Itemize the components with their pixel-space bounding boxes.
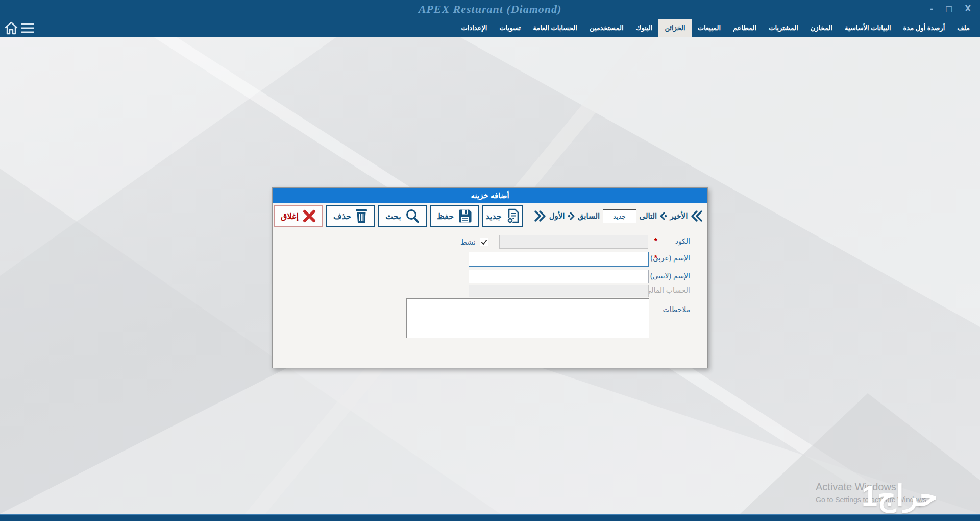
- close-window-button[interactable]: X: [965, 4, 971, 13]
- save-button-label: حفظ: [437, 211, 454, 221]
- notes-label: ملاحظات: [663, 305, 690, 314]
- hamburger-menu-icon[interactable]: [21, 23, 35, 34]
- close-x-icon: [303, 209, 316, 223]
- code-required-marker: *: [654, 237, 657, 246]
- code-input[interactable]: [499, 235, 648, 249]
- delete-button-label: حذف: [333, 211, 351, 221]
- name-arabic-input[interactable]: [469, 252, 649, 267]
- active-checkbox[interactable]: [480, 238, 488, 246]
- name-arabic-required-marker: *: [654, 254, 657, 263]
- nav-double-chevron-left-icon[interactable]: [691, 210, 703, 222]
- home-icon[interactable]: [4, 21, 18, 35]
- menu-item-purchases[interactable]: المشتريات: [763, 19, 804, 37]
- nav-first-button[interactable]: الأول: [549, 211, 565, 221]
- menu-item-warehouses[interactable]: المخازن: [804, 19, 839, 37]
- nav-double-chevron-right-icon[interactable]: [534, 210, 546, 222]
- menu-item-settlements[interactable]: تسويات: [493, 19, 527, 37]
- code-label: الكود: [675, 237, 690, 245]
- nav-chevron-right-icon[interactable]: [568, 212, 575, 220]
- search-icon: [405, 209, 420, 223]
- financial-account-input[interactable]: [469, 285, 649, 297]
- new-button-label: جديد: [485, 211, 501, 221]
- main-menu: ملف أرصدة أول مدة البيانات الأساسية المخ…: [455, 19, 976, 37]
- menu-item-file[interactable]: ملف: [951, 19, 976, 37]
- site-watermark: حراج1: [862, 479, 937, 512]
- notes-textarea[interactable]: [406, 298, 649, 338]
- top-bar: APEX Resturant (Diamond) - □ X ملف أرصدة…: [0, 0, 980, 37]
- nav-last-button[interactable]: الأخير: [670, 211, 688, 221]
- nav-previous-button[interactable]: السابق: [578, 211, 600, 221]
- menu-item-settings[interactable]: الإعدادات: [455, 19, 494, 37]
- menu-item-general-accounts[interactable]: الحسابات العامة: [527, 19, 583, 37]
- menu-item-restaurants[interactable]: المطاعم: [727, 19, 763, 37]
- status-bar: [0, 514, 980, 521]
- menu-item-treasuries[interactable]: الخزائن: [658, 19, 691, 37]
- search-button-label: بحث: [385, 211, 401, 221]
- maximize-button[interactable]: □: [945, 4, 952, 13]
- new-document-icon: [506, 208, 520, 224]
- minimize-button[interactable]: -: [930, 4, 933, 13]
- close-button-label: إغلاق: [281, 211, 299, 221]
- menu-item-opening-balances[interactable]: أرصدة أول مدة: [897, 19, 951, 37]
- menu-item-basic-data[interactable]: البيانات الأساسية: [839, 19, 897, 37]
- name-latin-label: الإسم (لاتينى): [650, 272, 690, 280]
- save-icon: [458, 209, 472, 223]
- trash-icon: [355, 209, 368, 223]
- dialog-title: أضافه خزينه: [273, 188, 707, 203]
- dialog-toolbar: إغلاق حذف بحث حفظ: [274, 205, 706, 227]
- text-caret: [558, 255, 558, 264]
- window-controls: - □ X: [930, 4, 971, 13]
- search-button[interactable]: بحث: [378, 205, 427, 227]
- delete-button[interactable]: حذف: [326, 205, 375, 227]
- menu-item-users[interactable]: المستخدمين: [583, 19, 630, 37]
- add-treasury-dialog: أضافه خزينه إغلاق حذف بحث: [272, 187, 708, 368]
- record-navigation: الأول السابق جديد التالى الأخير: [527, 205, 706, 227]
- new-button[interactable]: جديد: [482, 205, 523, 227]
- financial-account-label: الحساب المالى: [646, 286, 690, 294]
- menu-item-banks[interactable]: البنوك: [630, 19, 659, 37]
- save-button[interactable]: حفظ: [430, 205, 479, 227]
- app-title: APEX Resturant (Diamond): [0, 3, 980, 16]
- active-label: نشط: [460, 238, 476, 246]
- menu-item-sales[interactable]: المبيعات: [692, 19, 727, 37]
- record-state-box: جديد: [603, 209, 636, 223]
- name-latin-input[interactable]: [469, 270, 649, 283]
- nav-next-button[interactable]: التالى: [639, 211, 657, 221]
- close-button[interactable]: إغلاق: [274, 205, 323, 227]
- nav-chevron-left-icon[interactable]: [660, 212, 667, 220]
